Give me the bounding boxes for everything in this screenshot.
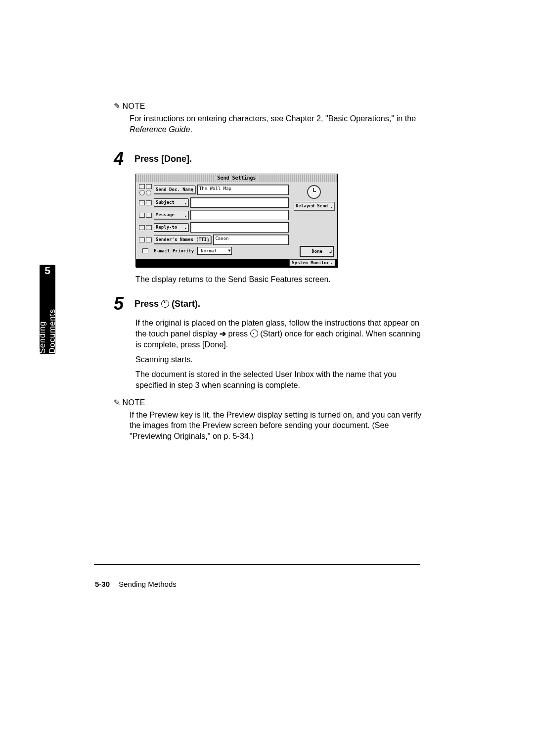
system-monitor-button[interactable]: System Monitor▸	[289, 259, 335, 266]
message-field[interactable]	[190, 210, 289, 220]
note2-label-text: NOTE	[123, 398, 145, 407]
note-heading-2: ✎NOTE	[114, 398, 425, 407]
senders-names-label: Sender's Names (TTI)	[156, 237, 209, 242]
footer-rule	[94, 564, 420, 565]
senders-names-button[interactable]: Sender's Names (TTI)▸	[154, 236, 211, 244]
arrow-icon: ➔	[220, 329, 226, 338]
senders-names-field[interactable]: Canon	[213, 235, 289, 245]
send-doc-name-button[interactable]: Send Doc. Name▸	[154, 186, 195, 194]
step-4-result: The display returns to the Send Basic Fe…	[135, 274, 425, 285]
step-5: 5 Press (Start).	[114, 296, 425, 312]
reply-to-button[interactable]: Reply-to▸	[154, 223, 188, 232]
note1-text-b: Reference Guide	[130, 125, 190, 134]
footer-section: Sending Methods	[119, 580, 177, 588]
reply-to-field[interactable]	[190, 222, 289, 233]
step-5-number: 5	[114, 296, 128, 312]
note-body-1: For instructions on entering characters,…	[130, 113, 425, 135]
step-5-p3: The document is stored in the selected U…	[135, 369, 425, 391]
note-label-text: NOTE	[123, 102, 145, 110]
page-number: 5-30	[95, 580, 110, 588]
email-priority-label: E-mail Priority	[154, 247, 195, 255]
note-icon-2: ✎	[114, 398, 121, 407]
step-5-p1: If the original is placed on the platen …	[135, 318, 425, 350]
note1-text-a: For instructions on entering characters,…	[130, 114, 416, 123]
subject-label: Subject	[156, 200, 175, 205]
note-heading: ✎NOTE	[114, 101, 425, 111]
page-footer: 5-30Sending Methods	[95, 580, 177, 588]
subject-button[interactable]: Subject▸	[154, 198, 188, 207]
chapter-tab: 5 Sending Documents	[40, 265, 55, 354]
start-key-icon-inline	[250, 330, 258, 337]
send-settings-title-text: Send Settings	[214, 176, 259, 181]
step-4-title: Press [Done].	[134, 151, 192, 164]
step-4: 4 Press [Done].	[114, 151, 425, 167]
email-priority-dropdown[interactable]: Normal▼	[197, 247, 232, 255]
message-button[interactable]: Message▸	[154, 211, 188, 219]
delayed-send-button[interactable]: Delayed Send▸	[294, 202, 334, 210]
done-button[interactable]: Done↲	[300, 246, 334, 257]
note1-text-c: .	[190, 125, 192, 134]
subject-field[interactable]	[190, 197, 289, 208]
note-body-2: If the Preview key is lit, the Preview d…	[130, 410, 425, 442]
start-key-icon	[161, 300, 169, 308]
chapter-label: Sending Documents	[38, 280, 57, 354]
reply-to-label: Reply-to	[156, 225, 177, 230]
note-icon: ✎	[114, 101, 121, 111]
chapter-number: 5	[44, 265, 50, 277]
send-settings-titlebar: Send Settings	[136, 174, 337, 182]
screenshot-footer: System Monitor▸	[136, 259, 337, 267]
send-doc-name-label: Send Doc. Name	[156, 187, 193, 192]
send-settings-screenshot: Send Settings Send Doc. Name▸ The Wall M…	[135, 174, 338, 267]
step-5-title: Press (Start).	[134, 296, 200, 309]
step-5-p2: Scanning starts.	[135, 354, 425, 365]
send-doc-name-field[interactable]: The Wall Map	[197, 185, 289, 195]
step-4-number: 4	[114, 151, 128, 167]
clock-icon	[307, 185, 321, 199]
message-label: Message	[156, 212, 175, 217]
